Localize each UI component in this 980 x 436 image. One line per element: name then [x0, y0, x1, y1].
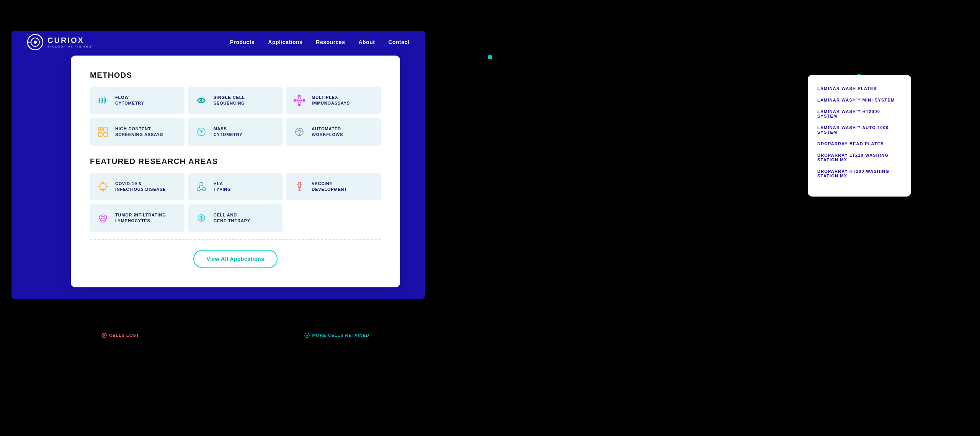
svg-point-39 — [200, 182, 203, 185]
svg-point-36 — [105, 184, 106, 185]
tumor-icon — [96, 211, 110, 225]
svg-point-51 — [101, 216, 105, 219]
svg-point-50 — [99, 215, 107, 220]
single-cell-icon — [194, 93, 208, 107]
product-laminar-wash-ht2000[interactable]: LAMINAR WASH™ HT2000 SYSTEM — [817, 109, 902, 118]
svg-point-8 — [299, 104, 301, 106]
dashed-divider — [90, 239, 381, 240]
vaccine-icon — [292, 180, 306, 193]
method-mass-cytometry[interactable]: Ni MASSCYTOMETRY — [188, 118, 283, 146]
hla-typing-label: HLATYPING — [214, 181, 231, 193]
product-laminar-wash-auto-1000[interactable]: LAMINAR WASH™ AUTO 1000 SYSTEM — [817, 125, 902, 134]
cells-retained-icon — [304, 333, 310, 338]
svg-point-26 — [100, 184, 106, 190]
high-content-icon — [96, 125, 110, 139]
nav-about[interactable]: About — [358, 39, 375, 45]
nav-applications[interactable]: Applications — [268, 39, 302, 45]
cells-retained-label: MORE CELLS RETAINED — [304, 295, 369, 375]
multiplex-icon — [292, 93, 306, 107]
right-panel: LAMINAR WASH PLATES LAMINAR WASH™ MINI S… — [808, 75, 911, 197]
logo-name: CURIOX — [47, 36, 95, 45]
cell-gene-icon — [194, 211, 208, 225]
research-covid[interactable]: COVID-19 &INFECTIOUS DISEASE — [90, 173, 185, 200]
cells-lost-text: CELLS LOST — [109, 333, 139, 338]
empty-research-card — [286, 204, 381, 232]
svg-point-41 — [203, 188, 206, 191]
research-title: FEATURED RESEARCH AREAS — [90, 157, 381, 166]
svg-line-43 — [203, 185, 203, 188]
svg-point-37 — [100, 189, 101, 190]
covid-label: COVID-19 &INFECTIOUS DISEASE — [115, 181, 166, 193]
svg-rect-13 — [104, 127, 108, 131]
mass-cytometry-label: MASSCYTOMETRY — [214, 126, 243, 138]
method-single-cell-sequencing[interactable]: SINGLE-CELLSEQUENCING — [188, 87, 283, 114]
product-droparray-bead-plates[interactable]: DROPARRAY BEAD PLATES — [817, 141, 902, 146]
product-laminar-wash-plates[interactable]: LAMINAR WASH PLATES — [817, 86, 902, 91]
nav-products[interactable]: Products — [230, 39, 255, 45]
flow-cytometry-label: FLOWCYTOMETRY — [115, 95, 144, 107]
svg-point-7 — [299, 95, 301, 97]
nav-resources[interactable]: Resources — [316, 39, 345, 45]
svg-point-21 — [298, 130, 301, 133]
automated-icon — [292, 125, 306, 139]
navbar: CURIOX BIOLOGY AT ITS BEST Products Appl… — [11, 31, 425, 54]
nav-contact[interactable]: Contact — [388, 39, 410, 45]
svg-line-42 — [199, 185, 200, 188]
svg-rect-14 — [98, 133, 102, 136]
hla-icon — [194, 180, 208, 193]
svg-point-35 — [100, 184, 101, 185]
research-hla-typing[interactable]: HLATYPING — [188, 173, 283, 200]
mass-cytometry-icon: Ni — [194, 125, 208, 139]
svg-rect-45 — [298, 182, 301, 188]
logo[interactable]: CURIOX BIOLOGY AT ITS BEST — [27, 34, 95, 51]
method-high-content-screening[interactable]: HIGH CONTENTSCREENING ASSAYS — [90, 118, 185, 146]
bottom-labels: CELLS LOST MORE CELLS RETAINED — [71, 295, 400, 375]
svg-point-6 — [200, 100, 202, 102]
high-content-screening-label: HIGH CONTENTSCREENING ASSAYS — [115, 126, 163, 138]
svg-point-58 — [201, 218, 202, 219]
automated-workflows-label: AUTOMATEDWORKFLOWS — [312, 126, 343, 138]
research-tumor-infiltrating[interactable]: TUMOR INFILTRATINGLYMPHOCYTES — [90, 204, 185, 232]
nav-links: Products Applications Resources About Co… — [230, 39, 410, 45]
product-droparray-ht200[interactable]: DROPARRAY HT200 WASHING STATION MX — [817, 169, 902, 178]
method-automated-workflows[interactable]: AUTOMATEDWORKFLOWS — [286, 118, 381, 146]
cells-lost-icon — [101, 333, 107, 338]
logo-subtitle: BIOLOGY AT ITS BEST — [47, 45, 95, 48]
cells-retained-text: MORE CELLS RETAINED — [312, 333, 369, 338]
svg-text:Ni: Ni — [199, 130, 203, 134]
svg-point-62 — [305, 333, 309, 338]
flow-cytometry-icon — [96, 93, 110, 107]
multiplex-immunoassays-label: MULTIPLEXIMMUNOASSAYS — [312, 95, 350, 107]
tumor-infiltrating-label: TUMOR INFILTRATINGLYMPHOCYTES — [115, 212, 166, 224]
methods-title: METHODS — [90, 71, 381, 80]
single-cell-sequencing-label: SINGLE-CELLSEQUENCING — [214, 95, 245, 107]
cell-gene-therapy-label: CELL ANDGENE THERAPY — [214, 212, 250, 224]
research-grid: COVID-19 &INFECTIOUS DISEASE HLATYPING — [90, 173, 381, 232]
methods-grid: FLOWCYTOMETRY SINGLE-CELLSEQUENCING — [90, 87, 381, 146]
method-multiplex-immunoassays[interactable]: MULTIPLEXIMMUNOASSAYS — [286, 87, 381, 114]
vaccine-label: VACCINEDEVELOPMENT — [312, 181, 347, 193]
method-flow-cytometry[interactable]: FLOWCYTOMETRY — [90, 87, 185, 114]
svg-point-2 — [34, 41, 37, 44]
research-vaccine[interactable]: VACCINEDEVELOPMENT — [286, 173, 381, 200]
view-all-applications-button[interactable]: View All Applications — [193, 250, 278, 268]
main-card: METHODS FLOWCYTOMETRY — [71, 56, 400, 287]
dropdown-indicator-dot — [488, 55, 492, 59]
svg-point-38 — [105, 189, 106, 190]
cells-lost-label: CELLS LOST — [101, 295, 139, 375]
logo-icon — [27, 34, 44, 51]
research-cell-gene-therapy[interactable]: CELL ANDGENE THERAPY — [188, 204, 283, 232]
svg-rect-15 — [104, 133, 108, 136]
product-droparray-lt210[interactable]: DROPARRAY LT210 WASHING STATION MX — [817, 153, 902, 162]
covid-icon — [96, 180, 110, 193]
svg-point-40 — [197, 188, 200, 191]
product-laminar-wash-mini[interactable]: LAMINAR WASH™ MINI SYSTEM — [817, 98, 902, 102]
